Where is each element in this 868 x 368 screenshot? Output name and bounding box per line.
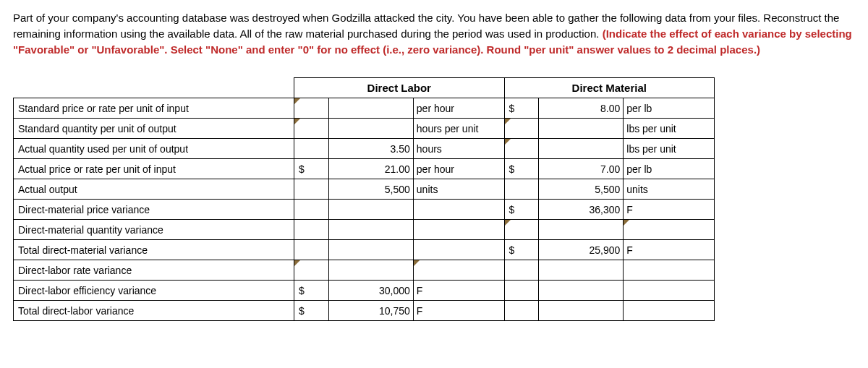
dl-num: [328, 240, 413, 260]
dl-unit: F: [413, 301, 504, 321]
row-actual-output: Actual output 5,500 units 5,500 units: [14, 179, 715, 200]
dl-unit: hours per unit: [413, 119, 504, 139]
dl-sym: [294, 220, 329, 240]
dl-unit: hours: [413, 139, 504, 159]
dm-sym: [504, 281, 539, 301]
dm-sym: $: [504, 240, 539, 260]
dl-num: [328, 220, 413, 240]
label: Actual output: [14, 179, 294, 200]
dl-num: 5,500: [328, 179, 413, 200]
intro-text: Part of your company's accounting databa…: [13, 10, 855, 57]
dl-num: [328, 200, 413, 220]
dm-unit[interactable]: [624, 220, 715, 240]
row-actual-price: Actual price or rate per unit of input $…: [14, 159, 715, 179]
dl-num: 30,000: [328, 281, 413, 301]
dl-sym: [294, 139, 329, 159]
label: Total direct-material variance: [14, 240, 294, 260]
dm-unit: lbs per unit: [624, 139, 715, 159]
dl-unit: units: [413, 179, 504, 200]
dm-sym: [504, 179, 539, 200]
dl-sym: $: [294, 281, 329, 301]
dm-num: 5,500: [539, 179, 624, 200]
label: Direct-material quantity variance: [14, 220, 294, 240]
dm-sym: $: [504, 200, 539, 220]
dm-unit: [624, 281, 715, 301]
dm-sym[interactable]: [504, 119, 539, 139]
label: Direct-material price variance: [14, 200, 294, 220]
dl-unit: per hour: [413, 98, 504, 119]
dm-unit: per lb: [624, 159, 715, 179]
dl-sym: [294, 200, 329, 220]
dm-unit: F: [624, 200, 715, 220]
header-row: Direct Labor Direct Material: [14, 78, 715, 98]
dm-sym: [504, 301, 539, 321]
dl-sym[interactable]: [294, 98, 329, 119]
dl-sym[interactable]: [294, 119, 329, 139]
dl-unit: F: [413, 281, 504, 301]
dm-sym[interactable]: [504, 220, 539, 240]
row-std-qty: Standard quantity per unit of output hou…: [14, 119, 715, 139]
dl-num: 10,750: [328, 301, 413, 321]
dl-unit: [413, 220, 504, 240]
dm-num[interactable]: [539, 220, 624, 240]
label: Standard quantity per unit of output: [14, 119, 294, 139]
row-dm-qty-var: Direct-material quantity variance: [14, 220, 715, 240]
dm-num: 8.00: [539, 98, 624, 119]
dl-sym: $: [294, 159, 329, 179]
row-std-price: Standard price or rate per unit of input…: [14, 98, 715, 119]
dm-sym: $: [504, 159, 539, 179]
label: Total direct-labor variance: [14, 301, 294, 321]
row-dm-total-var: Total direct-material variance $ 25,900 …: [14, 240, 715, 260]
dm-unit: [624, 260, 715, 281]
dl-unit: [413, 240, 504, 260]
dm-num[interactable]: [539, 119, 624, 139]
dm-num[interactable]: [539, 139, 624, 159]
header-dl: Direct Labor: [294, 78, 504, 98]
dm-num: [539, 281, 624, 301]
dm-num: [539, 301, 624, 321]
dm-unit: lbs per unit: [624, 119, 715, 139]
dm-num: 7.00: [539, 159, 624, 179]
dl-num: 3.50: [328, 139, 413, 159]
dl-sym: [294, 179, 329, 200]
blank-corner: [14, 78, 294, 98]
dl-unit: per hour: [413, 159, 504, 179]
dl-unit[interactable]: [413, 260, 504, 281]
dl-sym[interactable]: [294, 260, 329, 281]
dl-num: 21.00: [328, 159, 413, 179]
dm-num: [539, 260, 624, 281]
dl-unit: [413, 200, 504, 220]
dm-unit: [624, 301, 715, 321]
row-dl-total-var: Total direct-labor variance $ 10,750 F: [14, 301, 715, 321]
header-dm: Direct Material: [504, 78, 714, 98]
row-dm-price-var: Direct-material price variance $ 36,300 …: [14, 200, 715, 220]
label: Standard price or rate per unit of input: [14, 98, 294, 119]
dm-sym[interactable]: [504, 139, 539, 159]
dm-num: 25,900: [539, 240, 624, 260]
row-actual-qty: Actual quantity used per unit of output …: [14, 139, 715, 159]
variance-table: Direct Labor Direct Material Standard pr…: [13, 77, 715, 321]
dm-sym: [504, 260, 539, 281]
dl-sym: [294, 240, 329, 260]
label: Direct-labor rate variance: [14, 260, 294, 281]
label: Direct-labor efficiency variance: [14, 281, 294, 301]
row-dl-eff-var: Direct-labor efficiency variance $ 30,00…: [14, 281, 715, 301]
dm-sym: $: [504, 98, 539, 119]
dl-num[interactable]: [328, 98, 413, 119]
dm-num: 36,300: [539, 200, 624, 220]
label: Actual price or rate per unit of input: [14, 159, 294, 179]
dl-num[interactable]: [328, 119, 413, 139]
dl-sym: $: [294, 301, 329, 321]
dm-unit: units: [624, 179, 715, 200]
dm-unit: per lb: [624, 98, 715, 119]
label: Actual quantity used per unit of output: [14, 139, 294, 159]
dl-num[interactable]: [328, 260, 413, 281]
dm-unit: F: [624, 240, 715, 260]
row-dl-rate-var: Direct-labor rate variance: [14, 260, 715, 281]
